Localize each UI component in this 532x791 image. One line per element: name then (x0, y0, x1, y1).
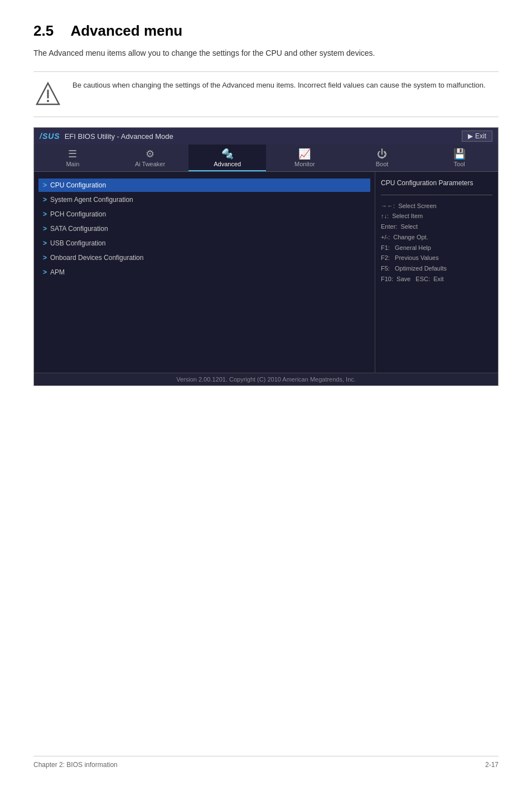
bios-navbar: ☰ Main ⚙ Ai Tweaker 🔩 Advanced 📈 Monitor… (34, 144, 498, 172)
help-line-2: ↑↓: Select Item (381, 211, 492, 221)
boot-icon: ⏻ (377, 149, 387, 159)
boot-label: Boot (376, 161, 389, 167)
arrow-icon: > (43, 181, 47, 189)
help-line-6: F2: Previous Values (381, 253, 492, 263)
menu-item-sata[interactable]: > SATA Configuration (38, 222, 370, 235)
arrow-icon-5: > (43, 239, 47, 247)
bios-footer: Version 2.00.1201. Copyright (C) 2010 Am… (34, 373, 498, 385)
bios-right-panel: CPU Configuration Parameters →←: Select … (375, 172, 498, 373)
svg-point-2 (47, 100, 49, 102)
main-icon: ☰ (68, 149, 77, 159)
nav-item-advanced[interactable]: 🔩 Advanced (188, 144, 266, 171)
bios-title-left: /SUS EFI BIOS Utility - Advanced Mode (40, 132, 173, 141)
footer-right: 2-17 (485, 761, 499, 769)
menu-item-cpu[interactable]: > CPU Configuration (38, 179, 370, 192)
section-number: 2.5 (33, 22, 54, 39)
advanced-icon: 🔩 (221, 149, 234, 159)
arrow-icon-2: > (43, 196, 47, 204)
menu-label-system-agent: System Agent Configuration (50, 196, 133, 204)
menu-item-apm[interactable]: > APM (38, 266, 370, 279)
menu-label-sata: SATA Configuration (50, 225, 108, 233)
bios-titlebar: /SUS EFI BIOS Utility - Advanced Mode ▶ … (34, 128, 498, 144)
menu-label-cpu: CPU Configuration (50, 181, 106, 189)
menu-label-pch: PCH Configuration (50, 210, 106, 218)
tool-icon: 💾 (453, 149, 466, 159)
menu-label-apm: APM (50, 268, 65, 276)
monitor-icon: 📈 (298, 149, 311, 159)
nav-item-boot[interactable]: ⏻ Boot (344, 144, 421, 171)
arrow-icon-7: > (43, 268, 47, 276)
warning-text: Be cautious when changing the settings o… (72, 80, 486, 91)
help-line-4: +/-: Change Opt. (381, 232, 492, 243)
arrow-icon-4: > (43, 225, 47, 233)
asus-logo: /SUS (40, 132, 60, 141)
menu-item-onboard[interactable]: > Onboard Devices Configuration (38, 251, 370, 264)
warning-box: Be cautious when changing the settings o… (33, 71, 499, 117)
help-line-7: F5: Optimized Defaults (381, 263, 492, 274)
nav-item-monitor[interactable]: 📈 Monitor (266, 144, 344, 171)
footer-left: Chapter 2: BIOS information (33, 761, 118, 769)
nav-item-ai-tweaker[interactable]: ⚙ Ai Tweaker (112, 144, 189, 171)
bios-exit-button[interactable]: ▶ Exit (462, 131, 492, 142)
ai-tweaker-icon: ⚙ (146, 149, 154, 159)
ai-tweaker-label: Ai Tweaker (135, 161, 165, 167)
main-label: Main (66, 161, 79, 167)
menu-item-usb[interactable]: > USB Configuration (38, 237, 370, 250)
page-footer: Chapter 2: BIOS information 2-17 (33, 756, 499, 769)
menu-item-system-agent[interactable]: > System Agent Configuration (38, 193, 370, 206)
nav-item-main[interactable]: ☰ Main (34, 144, 112, 171)
monitor-label: Monitor (294, 161, 315, 167)
warning-icon (33, 80, 62, 109)
bios-title-text: EFI BIOS Utility - Advanced Mode (65, 132, 173, 141)
bios-main-area: > CPU Configuration > System Agent Confi… (34, 172, 498, 373)
help-line-3: Enter: Select (381, 221, 492, 232)
section-heading: 2.5 Advanced menu (33, 22, 499, 40)
tool-label: Tool (454, 161, 465, 167)
help-line-1: →←: Select Screen (381, 201, 492, 211)
bios-right-divider (381, 195, 492, 195)
exit-icon: ▶ (468, 132, 473, 140)
bios-container: /SUS EFI BIOS Utility - Advanced Mode ▶ … (33, 127, 499, 386)
help-line-5: F1: General Help (381, 243, 492, 253)
section-title: Advanced menu (70, 22, 182, 39)
bios-right-description: CPU Configuration Parameters (381, 179, 492, 188)
arrow-icon-6: > (43, 254, 47, 262)
bios-menu-list: > CPU Configuration > System Agent Confi… (34, 172, 375, 373)
menu-item-pch[interactable]: > PCH Configuration (38, 208, 370, 221)
exit-label: Exit (475, 132, 486, 140)
nav-item-tool[interactable]: 💾 Tool (420, 144, 498, 171)
menu-label-usb: USB Configuration (50, 239, 105, 247)
arrow-icon-3: > (43, 210, 47, 218)
bios-help-text: →←: Select Screen ↑↓: Select Item Enter:… (381, 201, 492, 284)
menu-label-onboard: Onboard Devices Configuration (50, 254, 143, 262)
help-line-8: F10: Save ESC: Exit (381, 274, 492, 284)
intro-text: The Advanced menu items allow you to cha… (33, 47, 499, 59)
advanced-label: Advanced (214, 161, 241, 167)
